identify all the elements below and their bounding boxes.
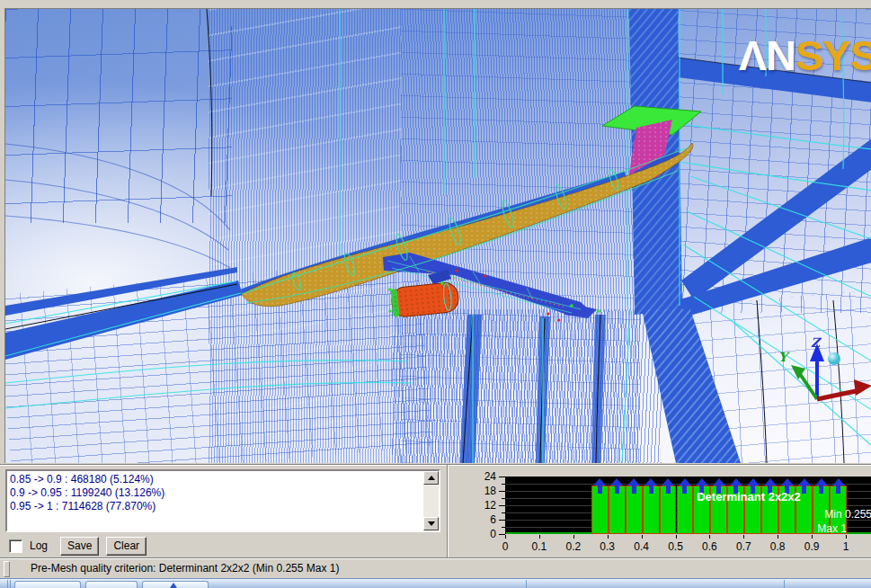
bottom-panel: 0.85 -> 0.9 : 468180 (5.124%)0.9 -> 0.95… bbox=[0, 464, 871, 558]
scroll-down-icon bbox=[428, 521, 435, 526]
ansys-logo-an: ΛN bbox=[739, 31, 795, 79]
log-line: 0.85 -> 0.9 : 468180 (5.124%) bbox=[10, 473, 421, 486]
message-log-section: 0.85 -> 0.9 : 468180 (5.124%)0.9 -> 0.95… bbox=[0, 465, 447, 558]
taskbar-button[interactable] bbox=[14, 581, 81, 588]
panel-divider bbox=[447, 465, 448, 558]
taskbar-app-icon bbox=[170, 583, 177, 588]
histogram-title: Determinant 2x2x2 bbox=[641, 490, 857, 503]
x-axis-arrow bbox=[854, 379, 871, 396]
z-axis-label: Z bbox=[811, 335, 822, 350]
clip-arrow-icon bbox=[593, 478, 606, 494]
log-line: 0.9 -> 0.95 : 1199240 (13.126%) bbox=[10, 486, 421, 500]
taskbar-separator bbox=[526, 580, 527, 588]
scroll-down-button[interactable] bbox=[423, 517, 439, 530]
clip-arrow-icon bbox=[627, 478, 640, 494]
status-bar-grip bbox=[4, 561, 10, 577]
triad-sphere bbox=[828, 352, 840, 365]
taskbar bbox=[0, 578, 871, 588]
status-bar-text: Pre-Mesh quality criterion: Determinant … bbox=[31, 562, 339, 575]
taskbar-button[interactable] bbox=[85, 581, 138, 588]
taskbar-button[interactable] bbox=[142, 581, 209, 588]
log-checkbox[interactable] bbox=[9, 539, 22, 553]
taskbar-separator bbox=[10, 580, 11, 588]
log-text: 0.85 -> 0.9 : 468180 (5.124%)0.9 -> 0.95… bbox=[10, 473, 421, 529]
message-log[interactable]: 0.85 -> 0.9 : 468180 (5.124%)0.9 -> 0.95… bbox=[5, 469, 440, 532]
ansys-logo: ΛNSYS bbox=[739, 31, 871, 80]
mesh-viewport[interactable]: Z Y ΛNSYS bbox=[4, 8, 871, 463]
log-scrollbar[interactable] bbox=[423, 471, 439, 530]
ansys-logo-sys: SYS bbox=[795, 31, 871, 79]
save-button[interactable]: Save bbox=[60, 537, 99, 556]
ansys-icem-window: Z Y ΛNSYS 0.85 -> 0.9 : 468180 (5.124%)0… bbox=[0, 0, 871, 588]
quality-histogram: Determinant 2x2x2 Min 0.255 Max 1 061218… bbox=[449, 465, 871, 558]
log-controls: Log Save Clear bbox=[9, 536, 147, 556]
flow-curves bbox=[5, 144, 230, 268]
histogram-min-annotation: Min 0.255 bbox=[824, 508, 871, 521]
log-line: 0.95 -> 1 : 7114628 (77.870%) bbox=[10, 500, 421, 513]
log-checkbox-label: Log bbox=[30, 539, 48, 552]
histogram-plot: Determinant 2x2x2 Min 0.255 Max 1 bbox=[505, 477, 871, 534]
scroll-up-icon bbox=[428, 476, 435, 480]
taskbar-separator bbox=[7, 580, 8, 588]
scroll-up-button[interactable] bbox=[423, 471, 439, 485]
engine-nacelle bbox=[390, 281, 459, 318]
clip-arrow-icon bbox=[610, 478, 623, 494]
axis-triad: Z Y bbox=[778, 335, 871, 399]
status-bar: Pre-Mesh quality criterion: Determinant … bbox=[0, 557, 871, 579]
histogram-max-annotation: Max 1 bbox=[817, 522, 847, 535]
clear-button[interactable]: Clear bbox=[106, 537, 147, 556]
taskbar-separator bbox=[784, 580, 785, 588]
